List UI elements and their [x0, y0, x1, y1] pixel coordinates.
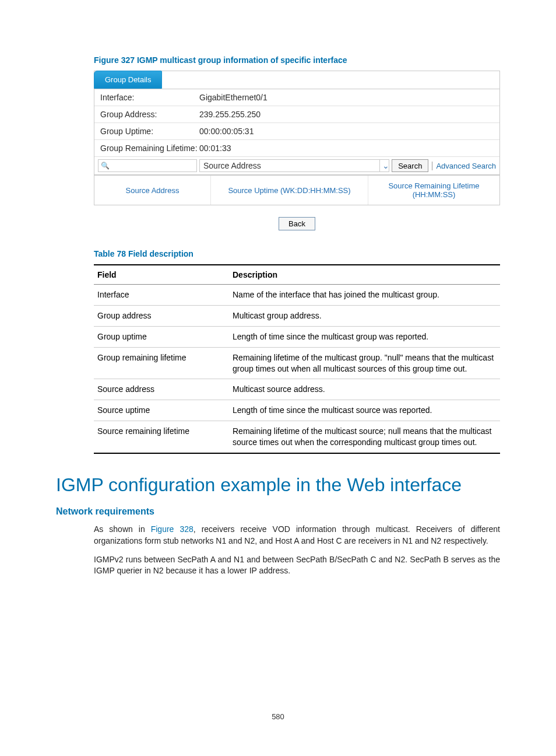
tab-bar: Group Details — [94, 71, 499, 89]
cell-field: Source remaining lifetime — [94, 421, 229, 453]
field-description-table: Field Description InterfaceName of the i… — [94, 264, 500, 454]
row-interface: Interface: GigabitEthernet0/1 — [94, 89, 499, 106]
heading-network-requirements: Network requirements — [56, 506, 500, 517]
th-description: Description — [229, 265, 500, 285]
cell-field: Group remaining lifetime — [94, 347, 229, 379]
search-input[interactable] — [98, 159, 197, 172]
table-row: Source addressMulticast source address. — [94, 379, 500, 400]
cell-desc: Multicast group address. — [229, 305, 500, 326]
heading-igmp-config-example: IGMP configuration example in the Web in… — [56, 474, 500, 496]
cell-desc: Length of time since the multicast sourc… — [229, 400, 500, 421]
advanced-search-link[interactable]: Advanced Search — [432, 162, 496, 170]
cell-desc: Length of time since the multicast group… — [229, 326, 500, 347]
table-row: Source remaining lifetimeRemaining lifet… — [94, 421, 500, 453]
cell-field: Group uptime — [94, 326, 229, 347]
search-field-select[interactable]: Source Address ⌄ — [199, 159, 389, 172]
label-group-address: Group Address: — [100, 110, 199, 119]
label-interface: Interface: — [100, 93, 199, 102]
paragraph-1: As shown in Figure 328, receivers receiv… — [94, 524, 500, 547]
cell-desc: Multicast source address. — [229, 379, 500, 400]
figure-caption: Figure 327 IGMP multicast group informat… — [56, 55, 500, 65]
row-group-address: Group Address: 239.255.255.250 — [94, 106, 499, 123]
cell-desc: Name of the interface that has joined th… — [229, 285, 500, 306]
select-value: Source Address — [203, 161, 261, 170]
back-button[interactable]: Back — [279, 217, 315, 230]
chevron-down-icon: ⌄ — [379, 160, 389, 172]
paragraph-2: IGMPv2 runs between SecPath A and N1 and… — [94, 554, 500, 577]
table-caption: Table 78 Field description — [56, 249, 500, 258]
label-group-remaining: Group Remaining Lifetime: — [100, 144, 199, 153]
figure-328-link[interactable]: Figure 328 — [151, 524, 193, 534]
p1-pre: As shown in — [94, 524, 151, 534]
back-button-container: Back — [94, 217, 500, 230]
col-source-uptime[interactable]: Source Uptime (WK:DD:HH:MM:SS) — [211, 176, 368, 205]
page-number: 580 — [0, 712, 556, 721]
cell-desc: Remaining lifetime of the multicast grou… — [229, 347, 500, 379]
col-source-address[interactable]: Source Address — [94, 176, 211, 205]
value-group-uptime: 00:00:00:05:31 — [199, 127, 254, 136]
table-row: InterfaceName of the interface that has … — [94, 285, 500, 306]
search-row: 🔍 Source Address ⌄ Search Advanced Searc… — [94, 157, 499, 175]
table-row: Group uptimeLength of time since the mul… — [94, 326, 500, 347]
value-interface: GigabitEthernet0/1 — [199, 93, 268, 102]
search-button[interactable]: Search — [392, 159, 428, 172]
cell-field: Source uptime — [94, 400, 229, 421]
th-field: Field — [94, 265, 229, 285]
group-details-panel: Group Details Interface: GigabitEthernet… — [94, 71, 500, 205]
cell-desc: Remaining lifetime of the multicast sour… — [229, 421, 500, 453]
row-group-uptime: Group Uptime: 00:00:00:05:31 — [94, 123, 499, 140]
cell-field: Group address — [94, 305, 229, 326]
col-source-remaining[interactable]: Source Remaining Lifetime (HH:MM:SS) — [368, 176, 499, 205]
label-group-uptime: Group Uptime: — [100, 127, 199, 136]
source-table-header: Source Address Source Uptime (WK:DD:HH:M… — [94, 175, 499, 205]
table-row: Source uptimeLength of time since the mu… — [94, 400, 500, 421]
tab-group-details[interactable]: Group Details — [94, 71, 162, 89]
table-row: Group remaining lifetimeRemaining lifeti… — [94, 347, 500, 379]
cell-field: Interface — [94, 285, 229, 306]
row-group-remaining: Group Remaining Lifetime: 00:01:33 — [94, 140, 499, 157]
value-group-address: 239.255.255.250 — [199, 110, 261, 119]
table-row: Group addressMulticast group address. — [94, 305, 500, 326]
cell-field: Source address — [94, 379, 229, 400]
value-group-remaining: 00:01:33 — [199, 144, 231, 153]
